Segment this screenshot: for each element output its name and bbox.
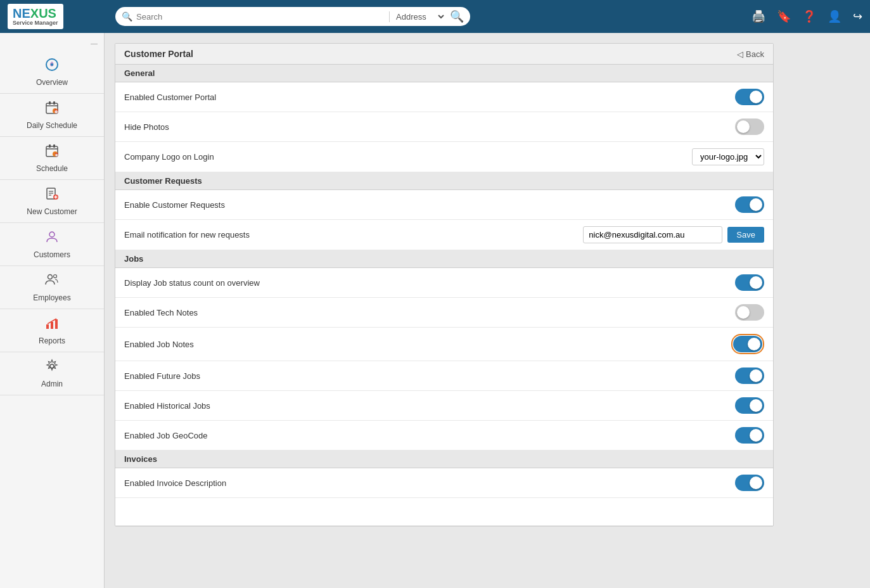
sidebar-schedule-label: Schedule bbox=[36, 164, 68, 173]
sidebar-daily-schedule-label: Daily Schedule bbox=[27, 121, 77, 130]
job-notes-toggle[interactable] bbox=[733, 336, 762, 352]
customers-icon bbox=[44, 229, 60, 248]
hide-photos-label: Hide Photos bbox=[124, 122, 735, 132]
admin-icon bbox=[44, 359, 60, 378]
sidebar-item-new-customer[interactable]: New Customer bbox=[0, 180, 104, 223]
app-logo: NEXUS Service Manager bbox=[8, 4, 63, 29]
job-geocode-label: Enabled Job GeoCode bbox=[124, 431, 735, 440]
enable-requests-control bbox=[735, 196, 764, 213]
bookmark-icon[interactable]: 🔖 bbox=[777, 10, 791, 23]
sidebar-item-admin[interactable]: Admin bbox=[0, 352, 104, 395]
svg-text:⏰: ⏰ bbox=[54, 153, 59, 157]
search-icon: 🔍 bbox=[122, 11, 132, 22]
sidebar-item-reports[interactable]: Reports bbox=[0, 309, 104, 352]
save-email-button[interactable]: Save bbox=[727, 227, 764, 243]
enabled-portal-control bbox=[735, 89, 764, 105]
panel-title: Customer Portal bbox=[124, 49, 193, 59]
sidebar-reports-label: Reports bbox=[39, 336, 65, 345]
setting-row-job-geocode: Enabled Job GeoCode bbox=[115, 421, 773, 451]
sidebar-overview-label: Overview bbox=[36, 78, 68, 87]
hide-photos-control bbox=[735, 118, 764, 135]
schedule-icon: ⏰ bbox=[44, 143, 60, 162]
company-logo-label: Company Logo on Login bbox=[124, 152, 692, 162]
customer-portal-panel: Customer Portal Back General Enabled Cus… bbox=[115, 43, 774, 527]
search-submit-button[interactable]: 🔍 bbox=[450, 10, 464, 23]
job-geocode-toggle[interactable] bbox=[735, 427, 764, 444]
setting-row-job-notes: Enabled Job Notes bbox=[115, 328, 773, 361]
section-general-header: General bbox=[115, 65, 773, 82]
sidebar: — Overview ⏰ bbox=[0, 33, 105, 588]
invoice-description-control bbox=[735, 475, 764, 491]
svg-rect-11 bbox=[53, 144, 55, 148]
enabled-portal-label: Enabled Customer Portal bbox=[124, 93, 735, 102]
sidebar-employees-label: Employees bbox=[33, 293, 70, 302]
svg-text:⏰: ⏰ bbox=[54, 109, 59, 114]
svg-point-22 bbox=[48, 275, 53, 279]
invoice-description-toggle[interactable] bbox=[735, 475, 764, 491]
svg-rect-24 bbox=[46, 324, 49, 329]
historical-jobs-label: Enabled Historical Jobs bbox=[124, 401, 735, 411]
email-notification-input[interactable] bbox=[583, 226, 722, 243]
search-type-select[interactable]: Address Customer Job bbox=[389, 11, 446, 22]
new-customer-icon bbox=[44, 186, 60, 205]
future-jobs-control bbox=[735, 368, 764, 384]
hide-photos-toggle[interactable] bbox=[735, 118, 764, 135]
tech-notes-toggle[interactable] bbox=[735, 304, 764, 321]
help-icon[interactable]: ❓ bbox=[802, 10, 816, 23]
invoice-description-label: Enabled Invoice Description bbox=[124, 478, 735, 488]
sidebar-customers-label: Customers bbox=[34, 250, 70, 259]
job-notes-control bbox=[731, 334, 764, 354]
app-body: — Overview ⏰ bbox=[0, 33, 870, 588]
tech-notes-control bbox=[735, 304, 764, 321]
job-geocode-control bbox=[735, 427, 764, 444]
svg-rect-25 bbox=[51, 322, 53, 329]
setting-row-historical-jobs: Enabled Historical Jobs bbox=[115, 391, 773, 421]
main-content: Customer Portal Back General Enabled Cus… bbox=[105, 33, 870, 588]
setting-row-enable-requests: Enable Customer Requests bbox=[115, 190, 773, 220]
setting-row-display-job-status: Display Job status count on overview bbox=[115, 268, 773, 298]
setting-row-company-logo: Company Logo on Login your-logo.jpg bbox=[115, 142, 773, 172]
display-job-status-toggle[interactable] bbox=[735, 274, 764, 291]
svg-rect-26 bbox=[55, 319, 58, 329]
svg-point-23 bbox=[54, 275, 57, 278]
sidebar-item-overview[interactable]: Overview bbox=[0, 51, 104, 94]
enable-requests-toggle[interactable] bbox=[735, 196, 764, 213]
user-icon[interactable]: 👤 bbox=[828, 10, 841, 23]
app-header: NEXUS Service Manager 🔍 Address Customer… bbox=[0, 0, 870, 33]
enabled-portal-toggle[interactable] bbox=[735, 89, 764, 105]
sidebar-item-daily-schedule[interactable]: ⏰ Daily Schedule bbox=[0, 94, 104, 137]
svg-point-21 bbox=[49, 232, 54, 237]
sidebar-item-employees[interactable]: Employees bbox=[0, 266, 104, 309]
setting-row-future-jobs: Enabled Future Jobs bbox=[115, 361, 773, 391]
daily-schedule-icon: ⏰ bbox=[44, 100, 60, 119]
display-job-status-label: Display Job status count on overview bbox=[124, 278, 735, 288]
back-button[interactable]: Back bbox=[737, 49, 764, 59]
setting-row-email-notification: Email notification for new requests Save bbox=[115, 220, 773, 250]
job-notes-label: Enabled Job Notes bbox=[124, 340, 731, 349]
setting-row-empty bbox=[115, 498, 773, 526]
search-bar: 🔍 Address Customer Job 🔍 bbox=[115, 7, 470, 26]
company-logo-control: your-logo.jpg bbox=[692, 148, 764, 165]
future-jobs-toggle[interactable] bbox=[735, 368, 764, 384]
sidebar-item-customers[interactable]: Customers bbox=[0, 223, 104, 266]
sidebar-collapse-button[interactable]: — bbox=[0, 38, 104, 51]
job-notes-highlight bbox=[731, 334, 764, 354]
sidebar-item-schedule[interactable]: ⏰ Schedule bbox=[0, 137, 104, 180]
reports-icon bbox=[44, 316, 60, 335]
search-input[interactable] bbox=[136, 12, 385, 22]
setting-row-tech-notes: Enabled Tech Notes bbox=[115, 298, 773, 328]
historical-jobs-toggle[interactable] bbox=[735, 397, 764, 414]
svg-point-1 bbox=[51, 63, 53, 66]
header-actions: 🖨️ 🔖 ❓ 👤 ↪ bbox=[752, 10, 862, 23]
logout-icon[interactable]: ↪ bbox=[853, 10, 862, 23]
company-logo-select[interactable]: your-logo.jpg bbox=[692, 148, 764, 165]
future-jobs-label: Enabled Future Jobs bbox=[124, 371, 735, 381]
sidebar-new-customer-label: New Customer bbox=[27, 207, 77, 216]
svg-rect-4 bbox=[49, 101, 51, 105]
print-icon[interactable]: 🖨️ bbox=[752, 10, 765, 23]
logo-ne: NE bbox=[13, 6, 30, 20]
svg-rect-10 bbox=[49, 144, 51, 148]
section-invoices-header: Invoices bbox=[115, 451, 773, 468]
email-notification-control: Save bbox=[583, 226, 764, 243]
section-jobs-header: Jobs bbox=[115, 250, 773, 268]
